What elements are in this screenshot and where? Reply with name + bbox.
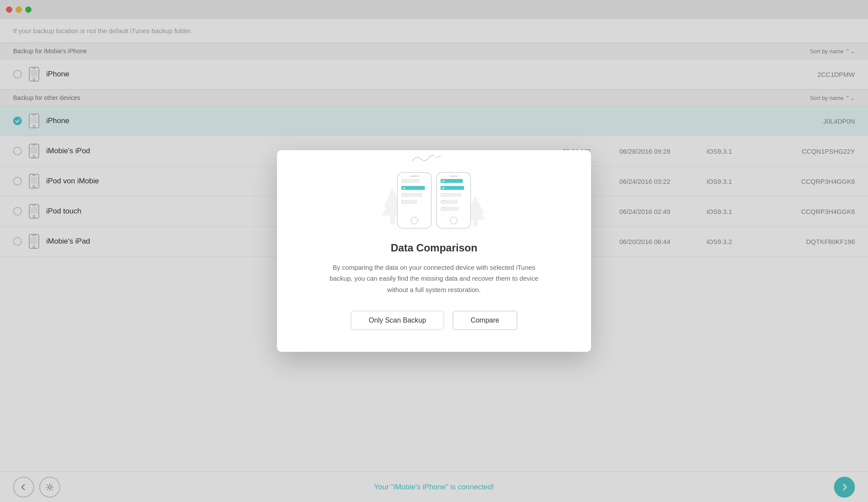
modal-description: By comparing the data on your connected … [321, 262, 547, 296]
svg-rect-30 [473, 220, 478, 227]
svg-rect-32 [403, 193, 406, 196]
svg-rect-35 [442, 200, 445, 203]
modal-illustration [397, 172, 471, 229]
modal-overlay: Data Comparison By comparing the data on… [0, 0, 868, 502]
svg-rect-34 [442, 193, 445, 196]
only-scan-backup-button[interactable]: Only Scan Backup [351, 311, 444, 330]
data-comparison-modal: Data Comparison By comparing the data on… [277, 150, 591, 352]
modal-buttons: Only Scan Backup Compare [351, 311, 517, 330]
svg-rect-27 [390, 216, 395, 224]
svg-rect-33 [403, 200, 406, 203]
svg-rect-31 [403, 179, 406, 182]
modal-title: Data Comparison [391, 242, 478, 254]
svg-rect-36 [442, 207, 445, 210]
compare-button[interactable]: Compare [453, 311, 517, 330]
